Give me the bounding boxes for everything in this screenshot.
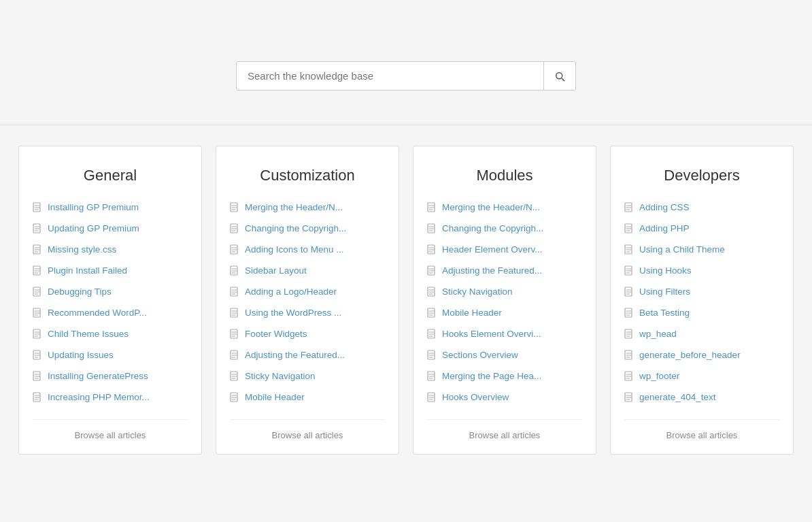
article-link[interactable]: Using Hooks [639,265,692,278]
doc-icon [427,391,437,406]
list-item: Adding Icons to Menu ... [230,244,385,258]
search-icon [554,70,566,82]
list-item: Beta Testing [624,307,779,321]
doc-icon [230,223,239,237]
hero-section [0,0,812,125]
article-link[interactable]: Adding Icons to Menu ... [245,244,344,257]
search-input[interactable] [237,62,543,90]
doc-icon [230,244,239,258]
article-link[interactable]: Installing GeneratePress [48,370,148,383]
doc-icon [427,265,437,279]
doc-icon [230,201,239,216]
doc-icon [624,391,634,406]
article-link[interactable]: Merging the Header/N... [442,201,540,214]
doc-icon [33,328,42,342]
doc-icon [230,286,239,300]
article-link[interactable]: Adding PHP [639,223,690,235]
article-link[interactable]: Changing the Copyrigh... [245,223,346,235]
list-item: wp_footer [624,370,779,385]
article-list-modules: Merging the Header/N...Changing the Copy… [427,201,582,406]
article-link[interactable]: Sidebar Layout [245,265,307,278]
doc-icon [624,307,634,321]
article-link[interactable]: Sticky Navigation [442,286,513,299]
card-modules: ModulesMerging the Header/N...Changing t… [413,146,596,455]
article-link[interactable]: Increasing PHP Memor... [48,391,150,404]
article-link[interactable]: Adjusting the Featured... [442,265,542,278]
list-item: Adding a Logo/Header [230,286,385,300]
browse-all-customization[interactable]: Browse all articles [230,419,385,440]
article-link[interactable]: Changing the Copyrigh... [442,223,543,235]
article-link[interactable]: Recommended WordP... [48,307,147,320]
doc-icon [230,370,239,385]
list-item: Adding CSS [624,201,779,216]
list-item: Adjusting the Featured... [427,265,582,279]
article-link[interactable]: Using Filters [639,286,690,299]
article-link[interactable]: Beta Testing [639,307,690,320]
browse-all-developers[interactable]: Browse all articles [624,419,779,440]
article-link[interactable]: Updating GP Premium [48,223,139,235]
article-link[interactable]: Adjusting the Featured... [245,349,345,362]
doc-icon [624,265,634,279]
article-link[interactable]: Adding CSS [639,201,690,214]
doc-icon [624,223,634,237]
cards-section: GeneralInstalling GP PremiumUpdating GP … [5,125,807,475]
article-link[interactable]: Installing GP Premium [48,201,139,214]
list-item: Footer Widgets [230,328,385,342]
doc-icon [624,370,634,385]
article-link[interactable]: Missing style.css [48,244,116,257]
list-item: Header Element Overv... [427,244,582,258]
doc-icon [230,307,239,321]
article-link[interactable]: Using a Child Theme [639,244,725,257]
list-item: Merging the Header/N... [427,201,582,216]
doc-icon [624,244,634,258]
article-link[interactable]: Header Element Overv... [442,244,543,257]
article-link[interactable]: Hooks Overview [442,391,509,404]
article-link[interactable]: Using the WordPress ... [245,307,341,320]
list-item: wp_head [624,328,779,342]
article-link[interactable]: Footer Widgets [245,328,307,341]
doc-icon [230,328,239,342]
doc-icon [427,370,437,385]
article-link[interactable]: Child Theme Issues [48,328,129,341]
list-item: Using a Child Theme [624,244,779,258]
article-link[interactable]: generate_before_header [639,349,741,362]
article-link[interactable]: Updating Issues [48,349,114,362]
doc-icon [33,265,42,279]
list-item: generate_before_header [624,349,779,363]
doc-icon [427,349,437,363]
doc-icon [33,391,42,406]
card-title-general: General [33,167,188,184]
list-item: Installing GP Premium [33,201,188,216]
article-link[interactable]: Plugin Install Failed [48,265,127,278]
article-link[interactable]: Sections Overview [442,349,518,362]
doc-icon [427,223,437,237]
doc-icon [230,391,239,406]
card-developers: DevelopersAdding CSSAdding PHPUsing a Ch… [610,146,794,455]
article-link[interactable]: Mobile Header [442,307,502,320]
article-link[interactable]: Debugging Tips [48,286,112,299]
doc-icon [624,201,634,216]
list-item: Installing GeneratePress [33,370,188,385]
card-title-developers: Developers [624,167,779,184]
doc-icon [427,286,437,300]
article-link[interactable]: wp_head [639,328,677,341]
article-link[interactable]: Sticky Navigation [245,370,316,383]
list-item: Merging the Header/N... [230,201,385,216]
search-button[interactable] [543,62,575,90]
browse-all-general[interactable]: Browse all articles [33,419,188,440]
article-list-general: Installing GP PremiumUpdating GP Premium… [33,201,188,406]
doc-icon [33,370,42,385]
article-link[interactable]: Merging the Page Hea... [442,370,541,383]
list-item: Increasing PHP Memor... [33,391,188,406]
article-link[interactable]: generate_404_text [639,391,716,404]
article-link[interactable]: Adding a Logo/Header [245,286,337,299]
article-link[interactable]: Mobile Header [245,391,305,404]
card-title-customization: Customization [230,167,385,184]
card-general: GeneralInstalling GP PremiumUpdating GP … [18,146,202,455]
list-item: Sticky Navigation [427,286,582,300]
article-link[interactable]: wp_footer [639,370,679,383]
article-link[interactable]: Merging the Header/N... [245,201,343,214]
article-link[interactable]: Hooks Element Overvi... [442,328,541,341]
browse-all-modules[interactable]: Browse all articles [427,419,582,440]
list-item: Adding PHP [624,223,779,237]
